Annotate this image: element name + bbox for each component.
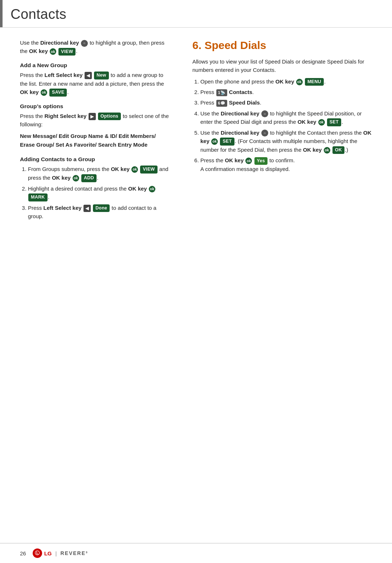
ok-key-menu-label: OK key	[275, 78, 294, 85]
ok-key-yes-label: OK key	[225, 157, 244, 163]
options-list: New Message/ Edit Group Name & ID/ Edit …	[20, 132, 171, 150]
ok-key-set-label: OK key	[298, 119, 317, 125]
speed-dials-step-2: Press 1📡 Contacts.	[200, 88, 372, 96]
speed-dials-title: 6. Speed Dials	[192, 39, 372, 52]
ok-circle-view: ok	[131, 166, 138, 173]
options-badge: Options	[98, 113, 121, 120]
view-badge-intro: VIEW	[58, 48, 75, 56]
right-column: 6. Speed Dials Allows you to view your l…	[181, 38, 392, 543]
adding-contacts-step-1: From Groups submenu, press the OK key ok…	[28, 165, 171, 182]
num-badge-6: 6💬	[216, 100, 227, 107]
ok-circle-add: ok	[73, 175, 79, 181]
brand-name: REVERE³	[60, 550, 88, 556]
add-badge: ADD	[81, 174, 97, 182]
contacts-label: Contacts	[229, 89, 252, 95]
dir-key-label-5: Directional key	[221, 130, 260, 136]
adding-contacts-steps: From Groups submenu, press the OK key ok…	[20, 165, 171, 220]
done-badge: Done	[93, 204, 110, 212]
page: Contacts Use the Directional key ○ to hi…	[0, 0, 392, 563]
left-select-label-done: Left Select key	[44, 205, 82, 211]
dir-key-icon-4: ○	[261, 110, 268, 117]
ok-circle-ok: ok	[324, 147, 330, 154]
left-column: Use the Directional key ○ to highlight a…	[0, 38, 181, 543]
ok-key-mark: OK key	[128, 185, 147, 192]
speed-dials-step-1: Open the phone and press the OK key ok M…	[200, 77, 372, 86]
ok-key-label-intro: OK key	[29, 48, 48, 54]
ok-circle-set1: ok	[318, 119, 325, 126]
speed-dials-step3-label: Speed Dials	[229, 99, 260, 106]
page-header: Contacts	[0, 0, 392, 28]
page-title: Contacts	[3, 0, 77, 27]
groups-options-heading: Group’s options	[20, 103, 171, 110]
adding-contacts-step-3: Press Left Select key ◀ Done to add cont…	[28, 204, 171, 221]
header-accent	[0, 0, 3, 27]
directional-key-icon: ○	[81, 40, 88, 47]
add-new-group-text: Press the Left Select key ◀ New to add a…	[20, 71, 171, 97]
left-select-icon-done: ◀	[83, 205, 91, 212]
ok-circle-yes: ok	[245, 158, 252, 164]
speed-dials-step-5: Use the Directional key ○ to highlight t…	[200, 128, 372, 154]
ok-circle-menu: ok	[296, 79, 303, 85]
speed-dials-step-6: Press the OK key ok Yes to confirm. A co…	[200, 156, 372, 173]
main-content: Use the Directional key ○ to highlight a…	[0, 28, 392, 543]
ok-key-label-save: OK key	[20, 89, 39, 95]
yes-badge: Yes	[254, 157, 268, 165]
view-badge-1: VIEW	[140, 166, 157, 173]
ok-key-view-1: OK key	[111, 166, 130, 172]
right-select-icon: ▶	[89, 113, 96, 120]
dir-key-icon-5: ○	[261, 130, 268, 136]
left-select-icon-1: ◀	[85, 72, 92, 79]
new-badge: New	[94, 72, 109, 79]
lg-logo: Ⓛ LG	[33, 548, 52, 558]
footer-divider: |	[56, 550, 57, 556]
page-number: 26	[20, 550, 26, 556]
speed-dials-label: Speed Dials	[204, 39, 266, 51]
groups-options-text: Press the Right Select key ▶ Options to …	[20, 112, 171, 129]
speed-dials-step-3: Press 6💬 Speed Dials.	[200, 98, 372, 107]
speed-dials-intro: Allows you to view your list of Speed Di…	[192, 57, 372, 74]
ok-circle-save: ok	[41, 89, 47, 96]
ok-badge: OK	[332, 146, 344, 154]
confirmation-text: A confirmation message is displayed.	[200, 166, 290, 172]
add-new-group-heading: Add a New Group	[20, 62, 171, 69]
save-badge: SAVE	[49, 89, 67, 96]
set-badge-2: SET	[220, 138, 234, 145]
dir-key-label-4: Directional key	[221, 110, 260, 117]
lg-circle-icon: Ⓛ	[33, 548, 42, 558]
ok-key-ok-label: OK key	[303, 147, 322, 153]
set-badge-1: SET	[327, 118, 341, 126]
adding-contacts-heading: Adding Contacts to a Group	[20, 156, 171, 163]
speed-dials-step-4: Use the Directional key ○ to highlight t…	[200, 109, 372, 126]
ok-circle-intro: ok	[50, 48, 56, 55]
ok-circle-mark: ok	[149, 186, 155, 192]
lg-text: LG	[44, 550, 52, 556]
mark-badge: MARK	[28, 193, 48, 201]
ok-key-add: OK key	[52, 175, 71, 181]
adding-contacts-step-2: Highlight a desired contact and press th…	[28, 184, 171, 201]
menu-badge: MENU	[305, 78, 324, 86]
ok-circle-set2: ok	[211, 138, 218, 145]
page-footer: 26 Ⓛ LG | REVERE³	[0, 543, 392, 563]
directional-key-label: Directional key	[40, 40, 79, 46]
num-badge-1: 1📡	[216, 89, 227, 96]
speed-dials-number: 6.	[192, 39, 201, 51]
left-select-label-1: Left Select key	[45, 72, 83, 78]
speed-dials-steps: Open the phone and press the OK key ok M…	[192, 77, 372, 174]
right-select-label: Right Select key	[45, 113, 87, 119]
intro-paragraph: Use the Directional key ○ to highlight a…	[20, 38, 171, 56]
